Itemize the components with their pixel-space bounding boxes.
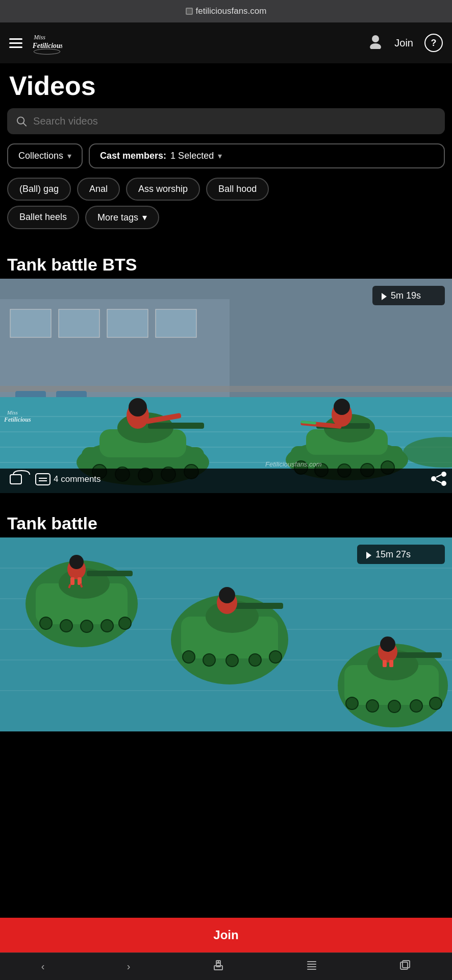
help-button[interactable]: ? [424,34,443,52]
svg-rect-10 [10,309,51,337]
hamburger-menu[interactable] [9,38,22,48]
tabs-button[interactable] [399,960,411,973]
svg-text:Fetilicious: Fetilicious [4,416,31,423]
svg-rect-103 [396,652,442,658]
svg-point-81 [101,620,113,632]
video-thumbnail-2: 15m 27s [0,537,452,731]
svg-point-106 [388,700,400,713]
collections-filter[interactable]: Collections ▾ [7,143,83,168]
cast-label: Cast members: [100,151,166,161]
svg-point-3 [34,49,60,54]
svg-point-82 [119,617,131,629]
svg-point-61 [431,476,436,481]
svg-rect-12 [107,309,148,337]
svg-rect-111 [383,660,387,667]
svg-text:5m 19s: 5m 19s [391,290,421,301]
svg-point-95 [226,654,238,667]
svg-rect-11 [59,309,99,337]
svg-point-4 [372,35,379,42]
svg-text:15m 27s: 15m 27s [375,549,411,559]
video-thumb-1[interactable]: Miss Fetilicious 5m 19s 4 comments Fetil [0,279,452,493]
svg-point-96 [249,654,261,666]
svg-rect-92 [235,603,283,609]
svg-point-84 [69,555,84,569]
nav-right: Join ? [368,34,443,53]
search-bar[interactable] [7,108,445,134]
svg-point-93 [183,651,195,663]
video-thumbnail-bts: Miss Fetilicious 5m 19s 4 comments Fetil [0,279,452,493]
collections-chevron-icon: ▾ [67,151,71,161]
svg-point-104 [346,697,358,709]
video-2-title: Tank battle [0,508,452,537]
nav-join-label[interactable]: Join [394,37,413,49]
tag-ballet-heels[interactable]: Ballet heels [7,206,79,229]
tags-row-2: Ballet heels More tags ▾ [0,206,452,229]
svg-rect-26 [148,423,204,429]
svg-text:Miss: Miss [7,409,18,415]
svg-rect-77 [87,571,133,576]
search-icon [16,116,27,127]
svg-rect-13 [156,309,196,337]
svg-point-99 [219,587,235,603]
svg-point-108 [430,697,442,709]
svg-point-80 [81,620,93,632]
svg-point-5 [370,43,381,49]
forward-button[interactable]: › [127,961,131,972]
tag-ball-gag[interactable]: (Ball) gag [7,178,71,201]
browser-bar: fetiliciousfans.com [0,0,452,22]
logo[interactable]: Miss Fetilicious [32,29,62,57]
tag-anal[interactable]: Anal [77,178,120,201]
svg-point-94 [203,654,215,666]
svg-rect-85 [70,577,74,585]
svg-text:4 comments: 4 comments [54,474,101,484]
page-title: Videos [0,63,452,106]
svg-text:Fetiliciousfans.com: Fetiliciousfans.com [265,460,322,468]
cast-value: 1 Selected [170,151,214,161]
svg-point-97 [269,651,282,663]
svg-rect-112 [389,660,393,667]
back-button[interactable]: ‹ [41,961,45,972]
video-thumb-2[interactable]: 15m 27s [0,537,452,731]
svg-line-7 [23,122,26,126]
svg-point-63 [441,481,446,486]
svg-point-78 [40,617,52,629]
svg-text:Fetilicious: Fetilicious [32,42,62,50]
svg-rect-121 [307,966,316,967]
tags-row: (Ball) gag Anal Ass worship Ball hood [0,178,452,201]
join-label: Join [213,928,238,942]
svg-rect-122 [307,969,316,970]
tag-more-tags[interactable]: More tags ▾ [85,206,159,229]
user-icon[interactable] [368,34,383,53]
svg-point-105 [366,700,379,712]
svg-text:Miss: Miss [33,34,45,41]
svg-point-33 [129,398,147,416]
cast-chevron-icon: ▾ [218,151,222,161]
svg-point-46 [334,399,350,415]
svg-point-62 [441,472,446,477]
bottom-nav: ‹ › [0,952,452,980]
favicon [186,8,193,15]
more-tags-chevron-icon: ▾ [142,212,147,223]
share-button[interactable] [213,960,224,973]
browser-url[interactable]: fetiliciousfans.com [196,6,267,16]
video-card-2[interactable]: 15m 27s [0,537,452,731]
nav-left: Miss Fetilicious [9,29,62,57]
video-card-1[interactable]: Miss Fetilicious 5m 19s 4 comments Fetil [0,279,452,493]
svg-rect-119 [307,961,316,962]
join-bar[interactable]: Join [0,918,452,952]
search-input[interactable] [33,115,436,127]
cast-members-filter[interactable]: Cast members: 1 Selected ▾ [89,143,445,168]
svg-rect-0 [187,9,192,14]
filters-row: Collections ▾ Cast members: 1 Selected ▾ [0,143,452,168]
nav-header: Miss Fetilicious Join ? [0,22,452,63]
svg-rect-120 [307,964,316,965]
svg-point-79 [60,620,72,632]
video-1-title: Tank battle BTS [0,250,452,279]
tag-ass-worship[interactable]: Ass worship [126,178,200,201]
bookmarks-button[interactable] [306,960,317,973]
svg-point-107 [410,700,422,712]
svg-point-110 [380,636,395,652]
tag-ball-hood[interactable]: Ball hood [206,178,269,201]
